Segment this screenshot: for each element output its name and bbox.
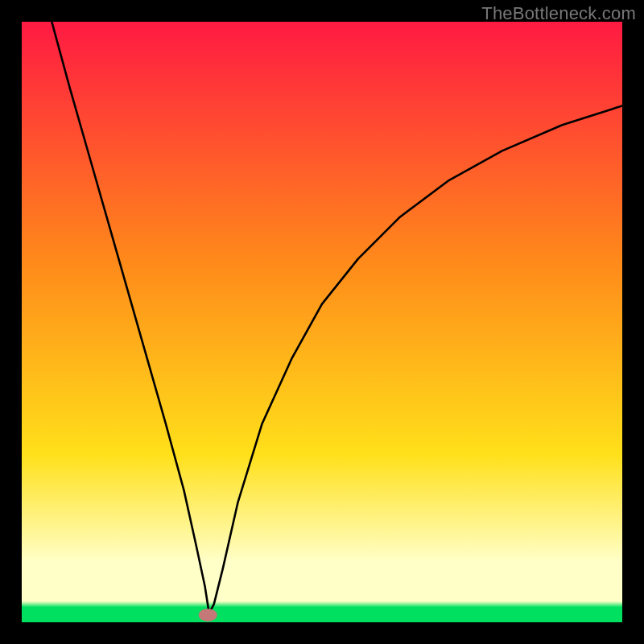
chart-frame: TheBottleneck.com [0, 0, 644, 644]
gradient-background [22, 22, 622, 622]
optimal-point-marker [199, 609, 217, 621]
chart-svg [22, 22, 622, 622]
watermark-text: TheBottleneck.com [481, 3, 636, 24]
plot-area [22, 22, 622, 622]
